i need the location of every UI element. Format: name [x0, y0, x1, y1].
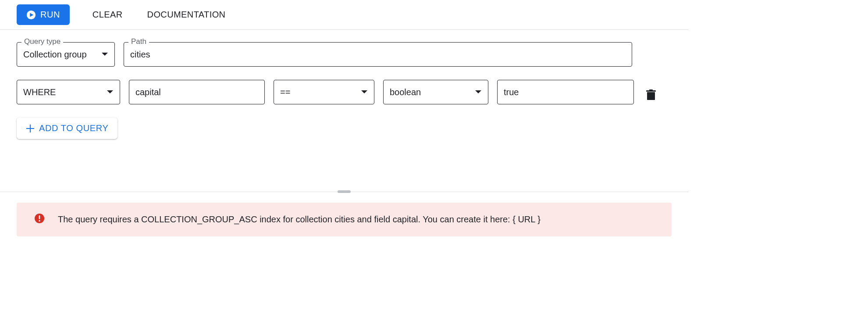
svg-rect-5	[39, 215, 40, 219]
caret-down-icon	[101, 52, 108, 57]
error-icon	[34, 213, 45, 226]
condition-field-value[interactable]	[135, 87, 258, 97]
caret-down-icon	[361, 90, 368, 94]
path-input[interactable]: Path	[124, 42, 632, 67]
operator-select[interactable]: ==	[274, 80, 374, 104]
delete-condition-button[interactable]	[643, 86, 659, 104]
add-to-query-button[interactable]: ADD TO QUERY	[17, 118, 117, 139]
svg-rect-3	[649, 89, 653, 91]
run-button[interactable]: RUN	[17, 4, 70, 25]
path-input-field[interactable]	[130, 50, 626, 60]
drag-handle-icon	[338, 190, 351, 193]
value-type-value: boolean	[390, 87, 469, 97]
run-button-label: RUN	[40, 10, 60, 20]
query-builder: Query type Collection group Path WHERE	[0, 30, 688, 157]
query-type-select[interactable]: Query type Collection group	[17, 42, 115, 67]
query-type-value: Collection group	[23, 50, 95, 60]
add-to-query-label: ADD TO QUERY	[39, 123, 108, 133]
svg-point-6	[39, 220, 40, 221]
resize-divider[interactable]: The query requires a COLLECTION_GROUP_AS…	[0, 192, 688, 236]
trash-icon	[646, 89, 656, 101]
operator-value: ==	[280, 87, 355, 97]
clause-select[interactable]: WHERE	[17, 80, 120, 104]
error-alert: The query requires a COLLECTION_GROUP_AS…	[17, 203, 672, 236]
condition-value-field[interactable]	[504, 87, 627, 97]
condition-value-input[interactable]	[497, 80, 634, 104]
plus-icon	[26, 124, 35, 133]
condition-field-input[interactable]	[129, 80, 265, 104]
play-icon	[26, 10, 36, 20]
error-message-text: The query requires a COLLECTION_GROUP_AS…	[58, 214, 541, 225]
clause-value: WHERE	[23, 87, 100, 97]
svg-rect-1	[647, 92, 655, 100]
path-label: Path	[128, 37, 149, 46]
toolbar: RUN CLEAR DOCUMENTATION	[0, 0, 688, 30]
value-type-select[interactable]: boolean	[383, 80, 488, 104]
caret-down-icon	[475, 90, 482, 94]
query-type-label: Query type	[21, 37, 63, 46]
documentation-button[interactable]: DOCUMENTATION	[146, 5, 228, 24]
caret-down-icon	[107, 90, 114, 94]
clear-button[interactable]: CLEAR	[91, 5, 125, 24]
